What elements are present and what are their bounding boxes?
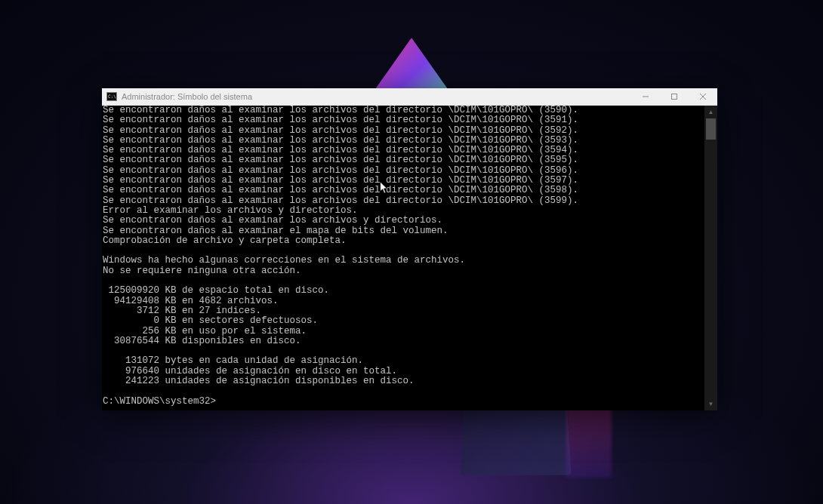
scrollbar-thumb[interactable] bbox=[706, 118, 716, 140]
maximize-button[interactable] bbox=[660, 88, 689, 105]
close-button[interactable] bbox=[689, 88, 717, 105]
svg-rect-1 bbox=[672, 94, 677, 100]
terminal-output[interactable]: Se encontraron daños al examinar los arc… bbox=[102, 106, 704, 410]
cmd-icon: C:\ bbox=[106, 92, 117, 101]
scrollbar[interactable]: ▲ ▼ bbox=[704, 106, 717, 410]
terminal-area: Se encontraron daños al examinar los arc… bbox=[102, 106, 717, 410]
minimize-icon bbox=[642, 93, 649, 100]
maximize-icon bbox=[670, 93, 678, 100]
window-title: Administrador: Símbolo del sistema bbox=[122, 92, 631, 101]
close-icon bbox=[699, 93, 707, 100]
minimize-button[interactable] bbox=[631, 88, 660, 105]
scroll-down-arrow[interactable]: ▼ bbox=[704, 398, 717, 410]
scroll-up-arrow[interactable]: ▲ bbox=[704, 106, 717, 118]
titlebar[interactable]: C:\ Administrador: Símbolo del sistema bbox=[102, 88, 717, 106]
window-controls bbox=[631, 88, 717, 105]
cmd-window: C:\ Administrador: Símbolo del sistema S… bbox=[102, 88, 717, 410]
scrollbar-track[interactable] bbox=[704, 118, 717, 398]
